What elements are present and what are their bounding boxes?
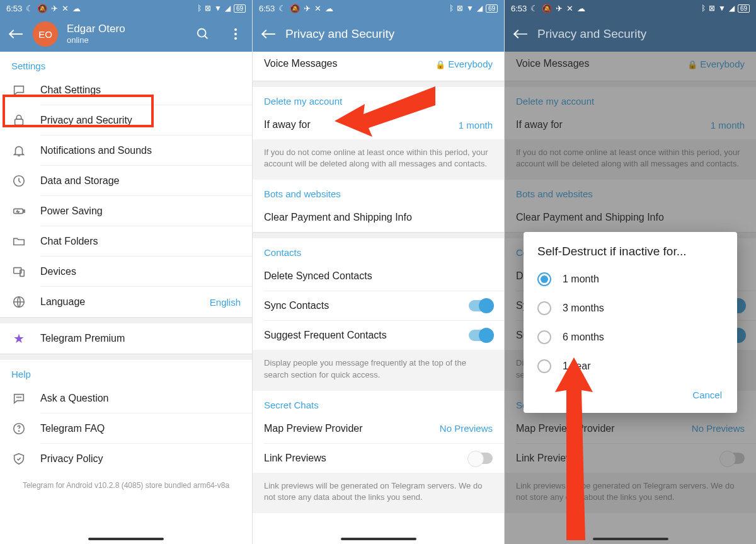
setting-label: Sync Contacts [264,300,329,311]
if-away-row[interactable]: If away for 1 month [253,110,504,139]
menu-label: Telegram Premium [40,333,125,344]
menu-data-storage[interactable]: Data and Storage [0,166,252,196]
menu-devices[interactable]: Devices [0,257,252,287]
back-button[interactable] [513,26,529,42]
menu-label: Privacy and Security [40,115,132,126]
menu-label: Data and Storage [40,175,119,187]
menu-label: Telegram FAQ [40,423,105,434]
search-icon[interactable] [195,27,210,41]
setting-value: No Previews [440,423,493,434]
svg-point-0 [198,29,206,37]
suggest-frequent-toggle[interactable] [469,330,493,341]
mute-icon: 🔕 [290,4,300,13]
wifi-icon: ▼ [466,4,474,13]
menu-chat-folders[interactable]: Chat Folders [0,226,252,257]
menu-privacy-security[interactable]: Privacy and Security [0,105,252,136]
delete-synced-row[interactable]: Delete Synced Contacts [253,262,504,291]
link-previews-toggle[interactable] [469,453,493,464]
menu-label: Notifications and Sounds [40,145,152,156]
radio-icon [537,272,551,286]
lock-icon [11,113,26,128]
shield-icon [11,451,26,466]
sim-icon: ⊠ [709,4,715,13]
more-icon[interactable] [228,28,243,40]
svg-point-12 [17,397,18,398]
svg-rect-8 [23,210,25,212]
radio-icon [537,330,551,344]
home-indicator[interactable] [341,538,416,540]
option-6-months[interactable]: 6 months [524,323,737,352]
chat-icon [11,83,26,98]
data-icon [11,173,26,188]
avatar[interactable]: EO [33,21,58,47]
profile-name: Edgar Otero [67,23,125,35]
clear-payment-row[interactable]: Clear Payment and Shipping Info [253,203,504,232]
sync-contacts-row[interactable]: Sync Contacts [253,291,504,320]
self-destruct-dialog: Self-Destruct if inactive for... 1 month… [524,232,737,413]
status-bar: 6:53 ☾ 🔕 ✈ ✕ ☁ ᛒ ⊠ ▼ ◢ 69 [0,0,252,16]
suggest-frequent-row[interactable]: Suggest Frequent Contacts [253,321,504,350]
link-info: Link previews will be generated on Teleg… [253,473,504,513]
home-indicator[interactable] [88,538,164,540]
status-bar: 6:53 ☾ 🔕 ✈ ✕ ☁ ᛒ ⊠ ▼ ◢ 69 [505,0,756,16]
battery-icon: 69 [234,4,246,13]
contacts-header: Contacts [253,238,504,262]
mute-icon: 🔕 [542,4,552,13]
svg-point-16 [19,431,20,431]
battery-icon [11,204,26,219]
svg-point-3 [234,33,237,35]
menu-power-saving[interactable]: Power Saving [0,196,252,226]
bluetooth-icon: ᛒ [449,4,454,13]
setting-label: Link Previews [264,453,326,464]
bluetooth-icon: ᛒ [701,4,706,13]
menu-label: Chat Settings [40,84,101,96]
svg-point-2 [234,28,237,31]
wifi-icon: ▼ [214,4,222,13]
devices-icon [11,264,26,279]
menu-label: Chat Folders [40,236,98,247]
menu-ask-question[interactable]: Ask a Question [0,383,252,414]
svg-point-14 [20,397,21,398]
voice-messages-row[interactable]: Voice Messages 🔒Everybody [253,52,504,81]
status-bar: 6:53 ☾ 🔕 ✈ ✕ ☁ ᛒ ⊠ ▼ ◢ 69 [253,0,504,16]
setting-label: Delete Synced Contacts [264,270,372,282]
status-time: 6:53 [511,4,527,13]
back-button[interactable] [9,26,24,42]
menu-chat-settings[interactable]: Chat Settings [0,75,252,105]
privacy-toolbar: Privacy and Security [253,16,504,52]
option-label: 3 months [563,303,604,314]
menu-privacy-policy[interactable]: Privacy Policy [0,444,252,474]
menu-premium[interactable]: ★ Telegram Premium [0,323,252,354]
link-previews-row[interactable]: Link Previews [253,444,504,473]
option-1-year[interactable]: 1 year [524,352,737,381]
status-time: 6:53 [259,4,275,13]
radio-icon [537,301,551,315]
menu-notifications[interactable]: Notifications and Sounds [0,136,252,166]
x-icon: ✕ [314,4,321,13]
setting-value: 🔒Everybody [435,59,493,69]
menu-faq[interactable]: Telegram FAQ [0,414,252,444]
menu-label: Language [40,296,85,308]
telegram-icon: ✈ [556,4,563,13]
map-preview-row[interactable]: Map Preview Provider No Previews [253,414,504,443]
menu-language[interactable]: Language English [0,287,252,317]
svg-line-1 [205,36,208,39]
menu-label: Power Saving [40,205,103,217]
home-indicator[interactable] [593,538,668,540]
sync-contacts-toggle[interactable] [469,300,493,311]
menu-label: Ask a Question [40,393,109,404]
back-button[interactable] [261,26,277,42]
message-icon [11,391,26,406]
option-1-month[interactable]: 1 month [524,265,737,294]
language-value: English [210,297,241,308]
signal-icon: ◢ [477,4,483,13]
cancel-button[interactable]: Cancel [686,385,728,405]
star-icon: ★ [11,331,26,346]
setting-label: If away for [264,119,311,130]
suggest-info: Display people you message frequently at… [253,350,504,390]
cloud-icon: ☁ [325,4,333,13]
moon-icon: ☾ [278,4,286,13]
option-3-months[interactable]: 3 months [524,294,737,323]
help-icon [11,421,26,436]
moon-icon: ☾ [26,4,33,13]
